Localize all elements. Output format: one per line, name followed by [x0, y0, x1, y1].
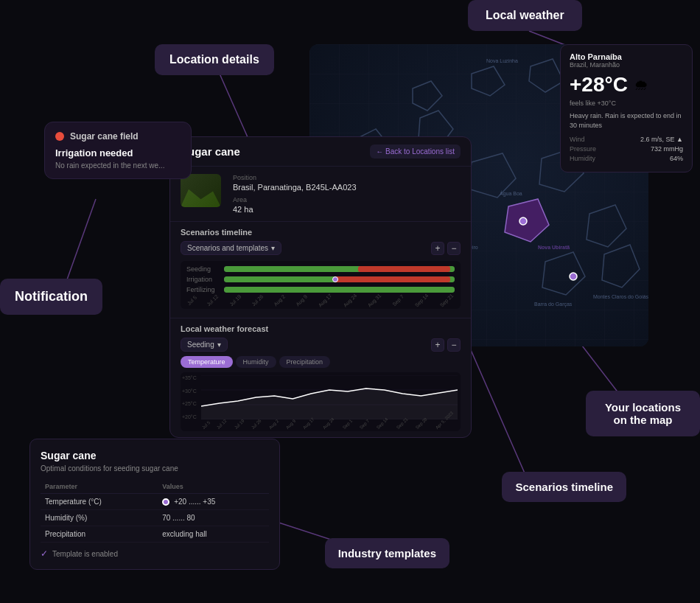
date-6: Aug 9 [295, 294, 308, 307]
precip-param: Precipitation [41, 526, 158, 543]
label-notification: Notification [0, 279, 102, 315]
y-label-2: +30°C [182, 388, 197, 394]
table-row: Humidity (%) 70 ...... 80 [41, 510, 269, 526]
label-your-locations: Your locations on the map [586, 391, 700, 436]
seeding-label: Seeding [186, 265, 220, 273]
label-location-details: Location details [155, 44, 274, 75]
alert-dot [55, 132, 64, 141]
area-value: 42 ha [233, 205, 461, 214]
date-8: Aug 24 [342, 293, 357, 308]
forecast-zoom-out[interactable]: − [447, 338, 461, 352]
weather-tabs: Temperature Humidity Precipitation [181, 356, 461, 368]
tab-precipitation[interactable]: Precipitation [279, 356, 331, 368]
template-footer: ✓ Template is enabled [41, 548, 269, 559]
values-header: Values [158, 480, 269, 494]
fertilizing-label: Fertilizing [186, 286, 220, 293]
weather-feels-like: feels like +30°C [570, 100, 683, 107]
info-panel: Sugar cane Optimal conditions for seedin… [29, 439, 280, 570]
position-label: Position [233, 174, 461, 181]
date-2: Jul 12 [206, 293, 220, 307]
info-panel-title: Sugar cane [41, 450, 269, 461]
svg-text:Água Boa: Água Boa [500, 190, 522, 197]
zoom-in-button[interactable]: + [431, 242, 444, 255]
notification-desc: No rain expected in the next we... [55, 161, 181, 170]
info-panel-desc: Optimal conditions for seeding sugar can… [41, 464, 269, 473]
weather-location: Alto Parnaíba [570, 52, 683, 61]
label-scenarios-timeline: Scenarios timeline [502, 472, 626, 502]
svg-text:Montes Claros do Goiás: Montes Claros do Goiás [593, 294, 648, 299]
info-table: Parameter Values Temperature (°C) +20 ..… [41, 480, 269, 543]
crop-thumbnail [181, 174, 221, 207]
date-1: Jul 5 [186, 295, 197, 306]
humidity-param: Humidity (%) [41, 510, 158, 526]
date-3: Jul 19 [228, 293, 242, 307]
param-header: Parameter [41, 480, 158, 494]
svg-point-25 [519, 217, 527, 225]
y-label-4: +20°C [182, 414, 197, 419]
humidity-label: Humidity [570, 155, 595, 162]
date-11: Sep 14 [414, 293, 430, 308]
svg-text:Barra do Garças: Barra do Garças [534, 302, 573, 307]
table-row: Temperature (°C) +20 ...... +35 [41, 494, 269, 510]
wind-value: 2.6 m/s, SE ▲ [640, 136, 683, 143]
forecast-section: Local weather forecast Seeding ▾ + − Tem… [170, 318, 471, 437]
template-enabled-text: Template is enabled [52, 550, 118, 558]
check-icon: ✓ [41, 548, 48, 559]
wind-label: Wind [570, 136, 585, 143]
forecast-title: Local weather forecast [181, 324, 461, 333]
svg-text:Nova Ubiratã: Nova Ubiratã [538, 245, 570, 250]
pressure-label: Pressure [570, 145, 596, 153]
pressure-value: 732 mmHg [651, 145, 683, 153]
date-9: Aug 31 [367, 293, 382, 308]
svg-point-26 [570, 273, 577, 280]
label-local-weather: Local weather [468, 0, 582, 31]
zoom-out-button[interactable]: − [447, 242, 461, 255]
date-10: Sep 7 [391, 294, 405, 307]
position-value: Brasil, Paranatinga, B245L-AA023 [233, 183, 461, 192]
humidity-value: 70 ...... 80 [158, 510, 269, 526]
temp-value: +20 ...... +35 [158, 494, 269, 510]
y-label-1: +35°C [182, 375, 197, 380]
table-row: Precipitation excluding hall [41, 526, 269, 543]
area-label: Area [233, 196, 461, 203]
date-7: Aug 17 [318, 293, 333, 308]
seed-dropdown[interactable]: Seeding ▾ [181, 338, 228, 352]
tab-humidity[interactable]: Humidity [236, 356, 276, 368]
date-4: Jul 26 [251, 293, 264, 307]
timeline-area: Seeding Irrigation Fertilizing [181, 261, 461, 309]
notification-title: Irrigation needed [55, 147, 181, 158]
svg-line-1 [220, 74, 251, 144]
svg-text:Nova Luzinha: Nova Luzinha [486, 58, 518, 63]
notification-crop-label: Sugar cane field [70, 131, 139, 142]
weather-temp: +28°C [570, 73, 628, 97]
weather-panel: Alto Parnaíba Brazil, Maranhão +28°C 🌧 f… [560, 44, 693, 172]
forecast-zoom-in[interactable]: + [431, 338, 444, 352]
label-industry-templates: Industry templates [325, 538, 449, 568]
scenario-dropdown[interactable]: Scenarios and templates ▾ [181, 241, 281, 255]
notification-card: Sugar cane field Irrigation needed No ra… [44, 122, 192, 179]
chart-area: +35°C +30°C +25°C +20°C Jul 5 Jul 12 [181, 372, 461, 431]
irrigation-label: Irrigation [186, 276, 220, 283]
date-5: Aug 2 [273, 294, 286, 307]
weather-sublocation: Brazil, Maranhão [570, 61, 683, 69]
svg-marker-42 [201, 388, 458, 419]
tab-temperature[interactable]: Temperature [181, 356, 233, 368]
humidity-value: 64% [670, 155, 683, 162]
back-button[interactable]: ← Back to Locations list [370, 144, 461, 158]
scenarios-section-title: Scenarios timeline [181, 228, 461, 237]
temp-param: Temperature (°C) [41, 494, 158, 510]
weather-description: Heavy rain. Rain is expected to end in 3… [570, 111, 683, 130]
slider-dot[interactable] [162, 498, 169, 506]
y-label-3: +25°C [182, 401, 197, 406]
weather-icon: 🌧 [634, 77, 648, 94]
precip-value: excluding hall [158, 526, 269, 543]
date-12: Sep 21 [438, 293, 454, 308]
detail-panel: Sugar cane ← Back to Locations list Posi… [169, 136, 472, 438]
